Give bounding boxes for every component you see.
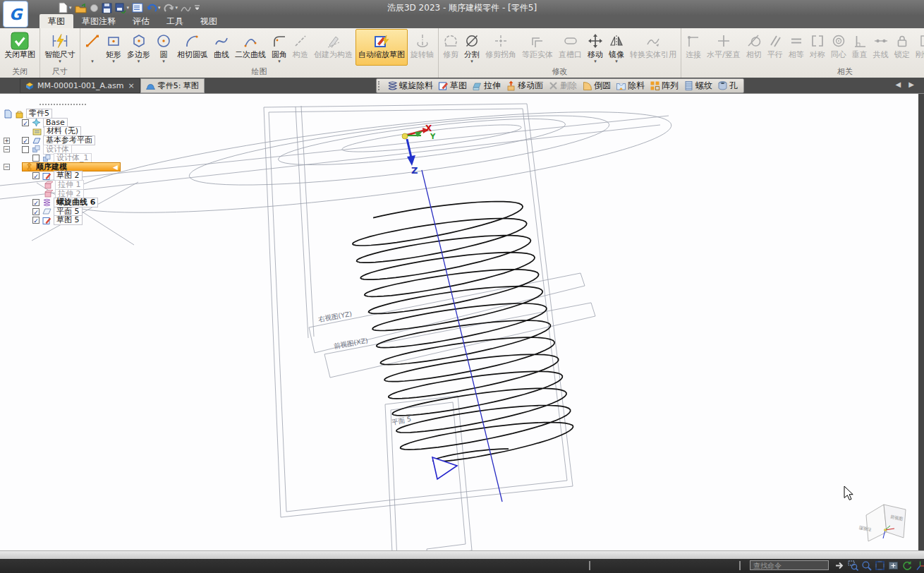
visibility-checkbox[interactable]: ✓ <box>32 217 39 224</box>
collapse-icon[interactable]: − <box>4 146 10 152</box>
panel-drag-handle[interactable] <box>39 104 86 107</box>
tree-item-2[interactable]: 材料 (无) <box>1 127 142 136</box>
helix-cutout-icon <box>387 80 398 91</box>
ribbon-tab-4[interactable]: 视图 <box>192 14 226 28</box>
document-tab-1[interactable]: 零件5: 草图 <box>140 78 205 93</box>
qat-button-undo[interactable]: ▾ <box>146 1 161 14</box>
ribbon-button-symmetric: 对称 <box>807 29 828 66</box>
ribbon-button-polygon[interactable]: 多边形▾ <box>124 29 153 66</box>
ribbon-button-label: 曲线 <box>214 50 229 59</box>
tree-item-10[interactable]: ✓螺旋曲线 6 <box>1 198 142 207</box>
app-logo-icon[interactable]: G <box>3 1 28 28</box>
status-icon-view-orient[interactable] <box>915 560 924 571</box>
qat-button-save[interactable] <box>102 1 112 14</box>
ribbon-tab-3[interactable]: 工具 <box>158 14 192 28</box>
active-feature-highlight[interactable]: 顺序建模◀ <box>22 162 121 171</box>
qat-button-properties[interactable] <box>132 1 143 14</box>
tree-item-6[interactable]: −顺序建模◀ <box>1 163 142 172</box>
plane-labels: 右视图(YZ) 前视图(XZ) 平面 5 <box>317 310 412 426</box>
ribbon-button-fillet[interactable]: 圆角▾ <box>269 29 290 66</box>
tree-item-0[interactable]: 零件5 <box>1 109 142 119</box>
tree-item-5[interactable]: 设计体_1 <box>1 154 142 163</box>
ribbon-button-auto-scale-sketch[interactable]: 自动缩放草图 <box>355 29 408 66</box>
status-icon-command-arrow[interactable] <box>834 560 845 571</box>
dropdown-arrow-icon[interactable]: ▾ <box>158 5 161 11</box>
close-tab-icon[interactable]: × <box>128 81 134 90</box>
toolbar-grip-icon[interactable] <box>378 81 382 90</box>
new-document-icon <box>58 2 68 13</box>
toolbar-button-round-tool[interactable]: 倒圆 <box>580 80 613 92</box>
ribbon-button-rigid-set: 刚性集 <box>913 29 924 66</box>
ribbon-button-trim: 修剪 <box>440 29 461 66</box>
ribbon-button-curve[interactable]: 曲线 <box>211 29 232 66</box>
ribbon-button-line[interactable]: ▾ <box>82 29 103 66</box>
view-orientation-indicator[interactable]: 右视图 前视图 <box>858 505 906 541</box>
qat-button-redo[interactable]: ▾ <box>164 1 178 14</box>
ribbon-tab-1[interactable]: 草图注释 <box>73 14 124 28</box>
ribbon-tab-2[interactable]: 评估 <box>124 14 158 28</box>
ribbon-group: ▾矩形▾多边形▾圆▾相切圆弧曲线二次曲线圆角▾构造创建为构造自动缩放草图旋转轴绘… <box>80 28 439 78</box>
dropdown-arrow-icon[interactable]: ▾ <box>69 5 72 11</box>
qat-button-new-document[interactable]: ▾ <box>58 1 72 14</box>
helix-curve[interactable] <box>353 202 573 462</box>
tree-item-8[interactable]: 拉伸 1 <box>1 181 142 190</box>
ribbon-button-check-green[interactable]: 关闭草图 <box>1 29 38 66</box>
dropdown-arrow-icon[interactable]: ▾ <box>176 5 178 11</box>
toolbar-button-move-face[interactable]: 移动面 <box>504 80 545 92</box>
ribbon-button-slot: 直槽口 <box>556 29 585 66</box>
command-search-input[interactable] <box>750 560 829 570</box>
ribbon-button-split[interactable]: 分割▾ <box>461 29 482 66</box>
toolbar-button-thread-tool[interactable]: 螺纹 <box>681 80 715 92</box>
document-tab-0[interactable]: MM-00001-001_A.asm× <box>20 78 140 93</box>
toolbar-button-hole-tool[interactable]: 孔 <box>715 80 740 92</box>
toolbar-button-extrude-tool[interactable]: 拉伸 <box>470 80 503 92</box>
expand-icon[interactable]: + <box>4 138 10 144</box>
tab-nav-arrows[interactable]: ◀ ▶ <box>895 80 917 88</box>
status-divider <box>589 561 590 570</box>
dropdown-arrow-icon[interactable]: ▾ <box>127 5 130 11</box>
visibility-checkbox[interactable] <box>22 146 29 153</box>
visibility-checkbox[interactable]: ✓ <box>32 208 39 215</box>
ribbon-button-move[interactable]: 移动▾ <box>585 29 606 66</box>
ribbon-button-smart-dimension[interactable]: 智能尺寸▾ <box>42 29 78 66</box>
visibility-checkbox[interactable]: ✓ <box>32 172 39 179</box>
tree-item-9[interactable]: 拉伸 2 <box>1 189 142 198</box>
qat-button-save-all[interactable]: ▾ <box>115 1 130 14</box>
toolbar-button-helix-cutout[interactable]: 螺旋除料 <box>385 80 435 92</box>
ribbon-button-circle[interactable]: 圆▾ <box>153 29 174 66</box>
qat-button-customize-arrow[interactable] <box>194 1 200 14</box>
toolbar-button-sketch-tool[interactable]: 草图 <box>436 80 469 92</box>
tree-item-7[interactable]: ✓草图 2 <box>1 171 142 181</box>
status-icon-rotate[interactable] <box>901 560 912 571</box>
tree-item-1[interactable]: ✓Base <box>1 119 142 128</box>
visibility-checkbox[interactable]: ✓ <box>22 119 29 126</box>
concentric-icon <box>831 33 846 49</box>
qat-button-link[interactable] <box>90 1 99 14</box>
toolbar-button-cutout-tool[interactable]: 除料 <box>614 80 647 92</box>
visibility-checkbox[interactable]: ✓ <box>32 199 39 206</box>
visibility-checkbox[interactable] <box>32 155 39 162</box>
status-icon-zoom-area[interactable] <box>848 560 858 571</box>
toolbar-button-pattern-tool[interactable]: 阵列 <box>648 80 681 92</box>
visibility-checkbox[interactable]: ✓ <box>22 137 29 144</box>
tree-item-4[interactable]: −设计体 <box>1 145 142 154</box>
z-axis-line[interactable] <box>422 170 502 502</box>
toolbar-button-label: 除料 <box>628 80 645 92</box>
status-icon-fit[interactable] <box>875 560 885 571</box>
perpendicular-icon <box>852 33 868 49</box>
document-tabs: MM-00001-001_A.asm×零件5: 草图 <box>20 79 205 93</box>
ribbon-button-mirror[interactable]: 镜像▾ <box>606 29 627 66</box>
qat-button-sign[interactable] <box>181 1 191 14</box>
ribbon-button-conic[interactable]: 二次曲线 <box>232 29 269 66</box>
status-icon-pan-window[interactable] <box>888 560 899 571</box>
tree-item-12[interactable]: ✓草图 5 <box>1 216 142 225</box>
collapse-icon[interactable]: − <box>4 164 10 170</box>
tree-item-3[interactable]: +✓基本参考平面 <box>1 136 142 145</box>
ribbon-button-tangent-arc[interactable]: 相切圆弧 <box>174 29 211 66</box>
qat-button-open-folder[interactable] <box>75 1 87 14</box>
status-icon-zoom[interactable] <box>861 560 872 571</box>
slot-icon <box>563 33 578 49</box>
ribbon-button-rectangle[interactable]: 矩形▾ <box>103 29 124 66</box>
tree-item-11[interactable]: ✓平面 5 <box>1 207 142 217</box>
ribbon-tab-0[interactable]: 草图 <box>39 14 73 28</box>
